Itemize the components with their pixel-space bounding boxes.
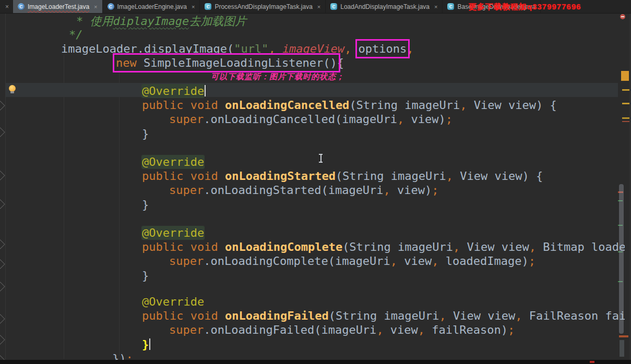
code-token: , (432, 254, 438, 268)
tab-label: BaseImageDownloader.java (457, 3, 535, 10)
code-token: void (191, 240, 225, 253)
vertical-scrollbar-thumb[interactable] (619, 184, 624, 334)
text-caret (149, 338, 150, 350)
tab-baseimagedownloader-java[interactable]: CBaseImageDownloader.java (443, 0, 540, 13)
code-token: */ (69, 28, 83, 41)
code-token: diplayImage (113, 15, 189, 28)
tab-close-icon[interactable]: × (317, 4, 320, 10)
stripe-mark[interactable] (622, 121, 629, 122)
java-class-icon: C (330, 3, 337, 10)
tab-processanddisplayimagetask-java[interactable]: CProcessAndDisplayImageTask.java× (200, 0, 326, 13)
code-token (276, 42, 282, 55)
tab-label: LoadAndDisplayImageTask.java (340, 3, 430, 10)
code-token: (String imageUri (349, 99, 460, 112)
code-area[interactable]: * 使用diplayImage去加载图片*/imageLoader.displa… (0, 14, 625, 360)
code-token: View view) { (467, 99, 557, 112)
code-token: super (169, 323, 204, 336)
tab-imageloadertest-java[interactable]: CImageLoaderTest.java× (13, 0, 103, 13)
code-editor[interactable]: * 使用diplayImage去加载图片*/imageLoader.displa… (0, 14, 631, 360)
code-token: ; (529, 254, 535, 268)
code-token: public (142, 309, 191, 322)
code-token: view (384, 323, 418, 336)
stripe-mark (619, 335, 628, 337)
tab-close-icon[interactable]: × (192, 4, 195, 10)
intention-bulb-icon[interactable] (9, 85, 16, 92)
code-token: , (390, 254, 397, 268)
code-token: view) (404, 113, 445, 126)
code-token: 去加载图片 (189, 15, 246, 28)
code-token: super (169, 184, 204, 197)
bottom-red-mark (590, 361, 594, 363)
code-token: void (191, 99, 225, 112)
code-line: super.onLoadingComplete(imageUri, view, … (169, 254, 535, 268)
code-token: options (359, 42, 407, 55)
code-line: public void onLoadingCancelled(String im… (142, 98, 557, 112)
code-line: } (142, 198, 149, 212)
code-token: @Override (142, 295, 204, 308)
code-token: super (169, 254, 204, 268)
code-token: , (418, 323, 425, 336)
code-token: , (407, 42, 413, 55)
code-token: failReason) (425, 323, 508, 336)
tab-imageloaderengine-java[interactable]: CImageLoaderEngine.java× (103, 0, 200, 13)
code-line: @Override (142, 295, 204, 309)
annotation-box: new SimpleImageLoadingListener() (116, 56, 337, 69)
code-line: new SimpleImageLoadingListener(){ (116, 56, 344, 70)
code-token: , (439, 309, 446, 322)
code-token: imageView (282, 42, 344, 55)
tab-label: ImageLoaderEngine.java (117, 3, 187, 10)
code-token: , (268, 42, 275, 55)
code-token: View view) { (453, 169, 543, 183)
bottom-edge-strip (0, 360, 631, 364)
code-line: */ (69, 28, 83, 42)
scrollbar-corner (620, 340, 624, 357)
code-token: { (337, 56, 344, 69)
code-token: , (515, 309, 522, 322)
code-token: , (529, 240, 536, 253)
code-token: void (191, 309, 225, 322)
code-token: ; (508, 323, 515, 336)
tab-loadanddisplayimagetask-java[interactable]: CLoadAndDisplayImageTask.java× (326, 0, 443, 13)
code-token: } (142, 198, 149, 211)
code-line: public void onLoadingStarted(String imag… (142, 169, 543, 183)
code-token: .onLoadingCancelled(imageUri (204, 113, 397, 126)
stripe-mark[interactable] (622, 103, 629, 104)
code-line: super.onLoadingCancelled(imageUri, view)… (169, 112, 453, 126)
code-token: }) (112, 352, 126, 360)
code-line: super.onLoadingStarted(imageUri, view); (169, 183, 439, 197)
stripe-mark[interactable] (622, 89, 629, 91)
code-token: view (397, 254, 432, 268)
code-token: , (460, 99, 467, 112)
code-token: view) (390, 184, 432, 197)
code-token: ; (126, 352, 133, 360)
code-line: public void onLoadingFailed(String image… (142, 309, 625, 323)
code-line: }); (112, 351, 133, 360)
mouse-ibeam-cursor (318, 154, 323, 163)
code-token: .onLoadingComplete(imageUri (204, 254, 390, 268)
code-token: @Override (142, 84, 204, 98)
inspection-status-icon[interactable] (620, 14, 625, 19)
tab-close-icon[interactable]: × (94, 4, 97, 10)
code-token: , (397, 113, 404, 126)
code-token: imageLoader.displayImage( (61, 42, 234, 55)
close-icon[interactable]: × (5, 3, 9, 10)
code-token: (String imageUri (336, 169, 446, 183)
tab-close-icon[interactable]: × (434, 4, 437, 10)
code-token: , (384, 184, 390, 197)
code-token: @Override (142, 226, 204, 239)
java-class-icon: C (18, 3, 25, 10)
ide-window: × CImageLoaderTest.java×CImageLoaderEngi… (0, 0, 631, 364)
code-token: 使用 (90, 15, 113, 28)
code-token: public (142, 99, 191, 112)
code-line: public void onLoadingComplete(String ima… (142, 240, 625, 254)
code-token: , (344, 42, 351, 55)
code-token: View view (460, 240, 529, 253)
stripe-mark[interactable] (622, 117, 629, 119)
code-token: .onLoadingFailed(imageUri (204, 323, 376, 336)
editor-tab-bar: × CImageLoaderTest.java×CImageLoaderEngi… (0, 0, 631, 14)
java-class-icon: C (447, 3, 454, 10)
code-token: .onLoadingStarted(imageUri (204, 184, 383, 197)
stripe-mark[interactable] (621, 71, 629, 81)
code-line: @Override (142, 226, 204, 240)
java-class-icon: C (108, 3, 114, 10)
